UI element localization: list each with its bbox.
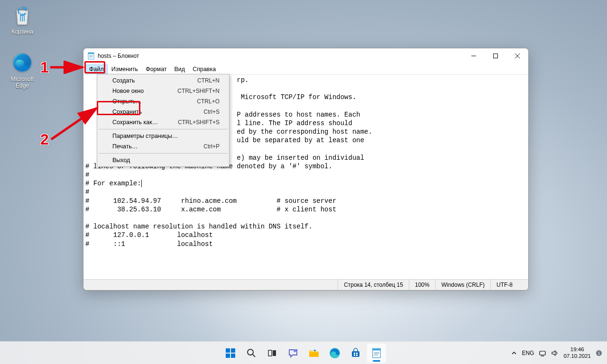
edge-icon (329, 347, 340, 359)
svg-rect-30 (373, 348, 381, 350)
menu-separator (99, 129, 228, 129)
svg-rect-7 (494, 54, 498, 58)
menu-new[interactable]: СоздатьCTRL+N (98, 75, 228, 86)
menu-edit[interactable]: Изменить (108, 64, 142, 74)
file-menu-dropdown: СоздатьCTRL+N Новое окноCTRL+SHIFT+N Отк… (97, 74, 230, 167)
svg-rect-18 (268, 350, 272, 356)
clock-date: 07.10.2021 (563, 353, 591, 359)
chevron-up-icon (511, 350, 517, 356)
recycle-bin-label: Корзина (5, 28, 40, 35)
svg-rect-19 (273, 350, 276, 356)
editor-text-below: # # 102.54.94.97 rhino.acme.com # source… (85, 188, 336, 247)
menu-page-setup[interactable]: Параметры страницы… (98, 131, 228, 141)
notepad-taskbar-button[interactable] (367, 344, 386, 363)
titlebar[interactable]: hosts – Блокнот (83, 48, 528, 64)
status-eol: Windows (CRLF) (435, 280, 490, 290)
desktop-icon-edge[interactable]: Microsoft Edge (5, 51, 40, 89)
status-zoom: 100% (409, 280, 435, 290)
annotation-number-1: 1 (40, 59, 49, 76)
minimize-button[interactable] (463, 48, 485, 64)
svg-point-16 (248, 349, 253, 355)
notepad-icon (87, 52, 95, 60)
edge-icon (11, 51, 34, 74)
notification-badge-icon: 1 (596, 350, 602, 356)
notepad-icon (371, 347, 382, 359)
task-view-icon (267, 348, 277, 358)
svg-rect-28 (356, 355, 358, 356)
status-encoding: UTF-8 (490, 280, 528, 290)
search-button[interactable] (242, 344, 261, 363)
svg-rect-22 (314, 350, 316, 351)
annotation-arrow-1 (49, 61, 86, 74)
recycle-bin-icon (11, 4, 34, 27)
svg-rect-2 (88, 53, 94, 54)
svg-text:1: 1 (598, 351, 600, 355)
svg-rect-27 (354, 355, 355, 356)
svg-rect-26 (356, 353, 358, 354)
menu-open[interactable]: Открыть…CTRL+O (98, 96, 228, 107)
text-caret (141, 180, 142, 187)
volume-icon (551, 349, 559, 357)
svg-rect-21 (309, 352, 319, 357)
store-button[interactable] (346, 344, 365, 363)
search-icon (246, 348, 257, 358)
taskbar: ENG 19:46 07.10.2021 1 (0, 341, 607, 364)
annotation-arrow-2 (49, 103, 101, 141)
svg-rect-14 (226, 354, 230, 358)
tray-overflow-button[interactable] (511, 350, 517, 356)
windows-icon (225, 347, 236, 359)
svg-rect-13 (231, 348, 235, 353)
statusbar: Строка 14, столбец 15 100% Windows (CRLF… (83, 279, 528, 290)
menu-view[interactable]: Вид (171, 64, 189, 74)
svg-rect-24 (352, 351, 359, 357)
svg-line-17 (253, 355, 255, 357)
svg-point-20 (294, 349, 296, 352)
status-cursor: Строка 14, столбец 15 (338, 280, 409, 290)
menu-print[interactable]: Печать…Ctrl+P (98, 141, 228, 152)
edge-taskbar-button[interactable] (325, 344, 344, 363)
window-title: hosts – Блокнот (98, 53, 463, 59)
close-button[interactable] (506, 48, 528, 64)
menu-help[interactable]: Справка (189, 64, 220, 74)
taskbar-center (221, 344, 386, 363)
menu-separator (99, 153, 228, 154)
network-icon (539, 349, 546, 357)
menu-format[interactable]: Формат (142, 64, 170, 74)
notifications-button[interactable]: 1 (596, 350, 602, 356)
menubar: Файл Изменить Формат Вид Справка (83, 64, 528, 75)
maximize-button[interactable] (485, 48, 506, 64)
svg-rect-34 (540, 351, 545, 355)
svg-rect-25 (354, 353, 355, 354)
menu-save[interactable]: СохранитьCtrl+S (98, 107, 228, 117)
start-button[interactable] (221, 344, 240, 363)
menu-exit[interactable]: Выход (98, 155, 228, 165)
svg-line-11 (51, 108, 97, 139)
language-indicator[interactable]: ENG (522, 350, 534, 356)
svg-rect-12 (226, 348, 230, 353)
task-view-button[interactable] (263, 344, 282, 363)
store-icon (350, 348, 361, 358)
folder-icon (308, 348, 320, 358)
desktop-icon-recycle-bin[interactable]: Корзина (5, 4, 40, 35)
chat-button[interactable] (284, 344, 303, 363)
explorer-button[interactable] (304, 344, 323, 363)
menu-save-as[interactable]: Сохранить как…CTRL+SHIFT+S (98, 117, 228, 127)
menu-new-window[interactable]: Новое окноCTRL+SHIFT+N (98, 86, 228, 96)
annotation-number-2: 2 (40, 131, 49, 148)
clock-button[interactable]: 19:46 07.10.2021 (563, 346, 591, 359)
network-button[interactable] (539, 349, 546, 357)
chat-icon (288, 348, 298, 358)
system-tray: ENG 19:46 07.10.2021 1 (511, 346, 607, 359)
menu-file[interactable]: Файл (85, 64, 108, 74)
edge-label: Microsoft Edge (5, 76, 40, 89)
clock-time: 19:46 (570, 346, 584, 353)
volume-button[interactable] (551, 349, 559, 357)
svg-rect-15 (231, 354, 235, 358)
